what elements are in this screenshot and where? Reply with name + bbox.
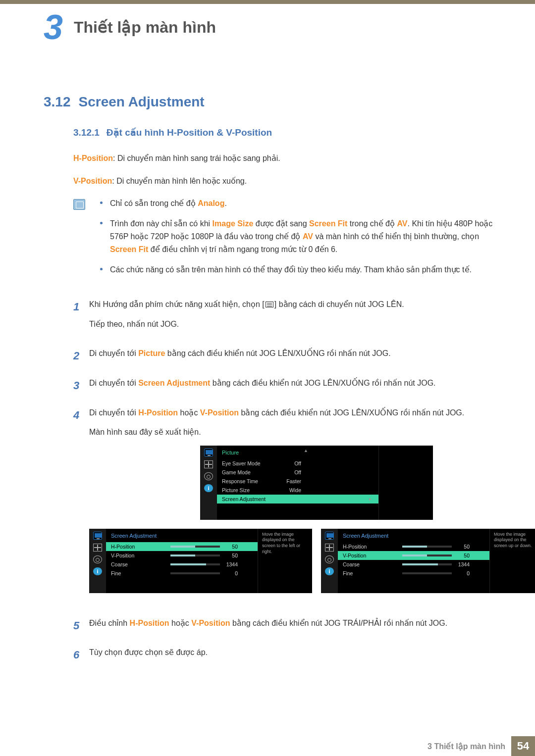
osd-value: 50: [456, 552, 476, 560]
text: bằng cách điều khiển nút JOG LÊN/XUỐNG r…: [239, 408, 464, 417]
keyword-image-size: Image Size: [213, 219, 254, 228]
osd-label: Picture Size: [222, 486, 281, 495]
monitor-icon: [325, 532, 334, 540]
osd-value: 0: [456, 569, 476, 578]
osd-title: Screen Adjustment: [106, 531, 258, 543]
keyword-screen-fit: Screen Fit: [309, 219, 347, 228]
note-item: Các chức năng có sẵn trên màn hình có th…: [100, 263, 493, 276]
osd-row-highlighted: V-Position50: [338, 551, 489, 560]
keyword-av: AV: [303, 232, 313, 241]
osd-help-text: Move the image displayed on the screen u…: [489, 529, 535, 593]
menu-icon: [266, 302, 273, 307]
subsection-number: 3.12.1: [73, 127, 100, 138]
gear-icon: [325, 555, 334, 563]
move-icon: [93, 544, 102, 552]
keyword-screen-adjustment: Screen Adjustment: [138, 379, 210, 387]
gear-icon: [93, 555, 102, 563]
osd-help-panel: [378, 446, 433, 520]
osd-vposition-menu: i Screen Adjustment H-Position50 V-Posit…: [321, 529, 535, 593]
move-icon: [325, 544, 334, 552]
page-footer: 3 Thiết lập màn hình 54: [0, 736, 535, 756]
osd-row: Coarse1344: [338, 560, 489, 569]
keyword-screen-fit: Screen Fit: [110, 245, 148, 253]
osd-label: Response Time: [222, 477, 281, 486]
osd-main-panel: Picture ▲ Eye Saver ModeOff Game ModeOff…: [217, 446, 378, 520]
osd-title: Picture: [217, 448, 378, 459]
step-number: 3: [73, 377, 89, 397]
section-number: 3.12: [44, 94, 71, 109]
top-accent-bar: [0, 0, 535, 4]
move-icon: [204, 460, 213, 468]
vposition-definition: V-Position: Di chuyển màn hình lên hoặc …: [73, 175, 493, 188]
text: trong chế độ: [347, 219, 397, 228]
osd-value: Wide: [281, 486, 311, 495]
footer-page-number: 54: [511, 736, 535, 756]
gear-icon: [204, 472, 213, 480]
step-number: 1: [73, 298, 89, 337]
vposition-label: V-Position: [73, 177, 112, 185]
note-block: Chỉ có sẵn trong chế độ Analog. Trình đơ…: [73, 197, 493, 283]
osd-row: Fine0: [106, 569, 258, 578]
osd-value: 50: [456, 543, 476, 551]
hposition-text: : Di chuyển màn hình sang trái hoặc sang…: [113, 154, 280, 162]
text: Điều chỉnh: [89, 619, 130, 627]
hposition-definition: H-Position: Di chuyển màn hình sang trái…: [73, 152, 493, 165]
osd-label: Fine: [343, 569, 402, 578]
footer-chapter-label: 3 Thiết lập màn hình: [428, 742, 505, 751]
step-3: 3 Di chuyển tới Screen Adjustment bằng c…: [73, 377, 493, 397]
text: Di chuyển tới: [89, 379, 138, 387]
step-list: 1 Khi Hướng dẫn phím chức năng xuất hiện…: [73, 298, 493, 666]
text: Chỉ có sẵn trong chế độ: [110, 199, 198, 207]
info-icon: i: [93, 567, 102, 575]
text: Tiếp theo, nhấn nút JOG.: [89, 318, 493, 331]
osd-row: Fine0: [338, 569, 489, 578]
keyword-hposition: H-Position: [130, 619, 169, 627]
step-1: 1 Khi Hướng dẫn phím chức năng xuất hiện…: [73, 298, 493, 337]
chapter-title: Thiết lập màn hình: [74, 18, 216, 37]
note-item: Trình đơn này chỉ sẵn có khi Image Size …: [100, 217, 493, 256]
slider-bar: [402, 554, 452, 556]
up-arrow-icon: ▲: [304, 447, 308, 454]
slider-bar: [170, 554, 220, 556]
vposition-text: : Di chuyển màn hình lên hoặc xuống.: [112, 177, 247, 185]
step-number: 2: [73, 347, 89, 367]
slider-bar: [402, 546, 452, 548]
osd-value: Off: [281, 459, 311, 468]
monitor-icon: [204, 449, 213, 456]
osd-row: Eye Saver ModeOff: [217, 459, 378, 468]
text: hoặc: [178, 408, 200, 417]
osd-label: Coarse: [111, 560, 170, 569]
osd-value: 50: [224, 543, 244, 551]
osd-row: H-Position50: [338, 542, 489, 551]
info-icon: i: [204, 484, 213, 492]
text: được đặt sang: [253, 219, 309, 228]
text: và màn hình có thể hiển thị bình thường,…: [313, 232, 479, 241]
osd-main-panel: Screen Adjustment H-Position50 V-Positio…: [106, 529, 258, 593]
step-2: 2 Di chuyển tới Picture bằng cách điều k…: [73, 347, 493, 367]
right-arrow-icon: ▸: [369, 495, 372, 503]
osd-label: Screen Adjustment: [222, 495, 281, 504]
osd-sidebar: i: [321, 529, 338, 593]
osd-value: Faster: [281, 477, 311, 486]
osd-label: Game Mode: [222, 468, 281, 477]
text: bằng cách điều khiển nút JOG LÊN/XUỐNG r…: [210, 379, 435, 387]
osd-row: V-Position50: [106, 551, 258, 560]
osd-value: 1344: [456, 560, 476, 569]
step-4: 4 Di chuyển tới H-Position hoặc V-Positi…: [73, 406, 493, 607]
osd-label: Fine: [111, 569, 170, 578]
text: Di chuyển tới: [89, 349, 138, 357]
step-6: 6 Tùy chọn được chọn sẽ được áp.: [73, 646, 493, 666]
osd-label: H-Position: [343, 543, 402, 551]
osd-value: 50: [224, 552, 244, 560]
osd-label: H-Position: [111, 543, 170, 551]
osd-help-text: Move the image displayed on the screen t…: [258, 529, 312, 593]
keyword-picture: Picture: [138, 349, 165, 357]
osd-main-panel: Screen Adjustment H-Position50 V-Positio…: [338, 529, 489, 593]
text: Tùy chọn được chọn sẽ được áp.: [89, 646, 493, 659]
osd-label: Eye Saver Mode: [222, 459, 281, 468]
subsection-heading: 3.12.1Đặt cấu hình H-Position & V-Positi…: [73, 127, 493, 138]
text: .: [224, 199, 226, 207]
subsection-title: Đặt cấu hình H-Position & V-Position: [107, 127, 272, 138]
note-item: Chỉ có sẵn trong chế độ Analog.: [100, 197, 493, 210]
slider-bar: [170, 563, 220, 565]
